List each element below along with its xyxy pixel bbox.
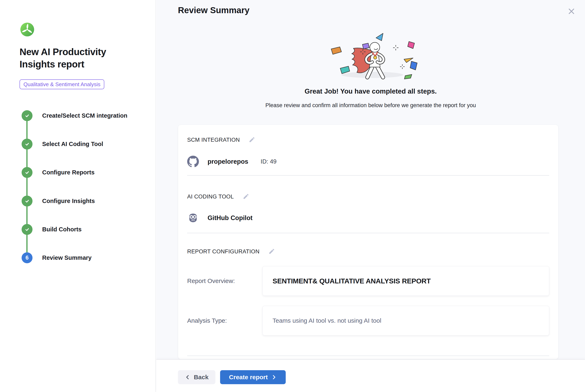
- step-check-icon: [22, 196, 32, 206]
- chevron-left-icon: [185, 374, 190, 380]
- report-overview-value-card: SENTIMENT& QUALITATIVE ANALYSIS REPORT: [262, 266, 549, 296]
- page-title: Review Summary: [178, 5, 250, 15]
- step-check-icon: [22, 224, 32, 235]
- step-label: Build Cohorts: [42, 226, 82, 233]
- step-label: Review Summary: [42, 254, 92, 261]
- scm-integration-id: ID: 49: [260, 158, 276, 165]
- section-divider: [187, 356, 549, 356]
- edit-scm-icon[interactable]: [248, 136, 256, 143]
- review-summary-card: SCM INTEGRATION propelorepos ID: 49 AI C…: [178, 125, 558, 359]
- back-button[interactable]: Back: [178, 370, 215, 384]
- app-window: New AI Productivity Insights report Qual…: [0, 0, 585, 392]
- close-icon[interactable]: [566, 6, 576, 16]
- report-overview-label: Report Overview:: [187, 278, 262, 284]
- scm-integration-name: propelorepos: [208, 158, 248, 165]
- step-label: Configure Reports: [42, 169, 94, 176]
- analysis-type-badge: Qualitative & Sentiment Analysis: [20, 80, 104, 89]
- wizard-title: New AI Productivity Insights report: [20, 46, 132, 70]
- report-overview-value: SENTIMENT& QUALITATIVE ANALYSIS REPORT: [272, 277, 431, 285]
- chevron-right-icon: [271, 374, 277, 380]
- github-icon: [187, 156, 199, 168]
- step-check-icon: [22, 167, 32, 178]
- report-config-section-label: REPORT CONFIGURATION: [187, 248, 260, 255]
- create-report-button[interactable]: Create report: [220, 370, 286, 384]
- step-4-configure-insights[interactable]: Configure Insights: [22, 196, 95, 206]
- analysis-type-label: Analysis Type:: [187, 317, 262, 324]
- analysis-type-value-card: Teams using AI tool vs. not using AI too…: [262, 306, 549, 336]
- step-number-badge: 6: [22, 252, 32, 263]
- step-label: Select AI Coding Tool: [42, 141, 103, 148]
- ai-tool-row: GitHub Copilot: [187, 212, 549, 224]
- back-button-label: Back: [194, 374, 208, 381]
- report-overview-row: Report Overview: SENTIMENT& QUALITATIVE …: [187, 266, 549, 296]
- edit-report-config-icon[interactable]: [268, 248, 275, 255]
- scm-integration-row: propelorepos ID: 49: [187, 156, 549, 168]
- analysis-type-value: Teams using AI tool vs. not using AI too…: [272, 317, 381, 324]
- congrats-title: Great Job! You have completed all steps.: [156, 88, 585, 95]
- stepper-connector: [26, 116, 28, 258]
- propeller-logo: [20, 22, 34, 36]
- create-report-label: Create report: [229, 374, 268, 381]
- sidebar: New AI Productivity Insights report Qual…: [0, 0, 156, 392]
- step-label: Create/Select SCM integration: [42, 112, 127, 119]
- step-check-icon: [22, 110, 32, 121]
- step-3-configure-reports[interactable]: Configure Reports: [22, 167, 94, 178]
- analysis-type-row: Analysis Type: Teams using AI tool vs. n…: [187, 306, 549, 336]
- step-label: Configure Insights: [42, 198, 95, 204]
- step-check-icon: [22, 138, 32, 150]
- step-1-create-select-scm[interactable]: Create/Select SCM integration: [22, 110, 127, 121]
- edit-ai-tool-icon[interactable]: [242, 193, 250, 200]
- ai-tool-section-label: AI CODING TOOL: [187, 194, 234, 200]
- section-divider: [187, 233, 549, 233]
- main-panel: Review Summary: [156, 0, 585, 359]
- step-5-build-cohorts[interactable]: Build Cohorts: [22, 224, 82, 235]
- section-divider: [187, 175, 549, 176]
- ai-tool-name: GitHub Copilot: [208, 214, 252, 222]
- step-6-review-summary[interactable]: 6 Review Summary: [22, 252, 92, 263]
- scm-section-label: SCM INTEGRATION: [187, 137, 240, 143]
- wizard-footer: Back Create report: [156, 359, 585, 392]
- congrats-subtitle: Please review and confirm all informatio…: [156, 102, 585, 108]
- github-copilot-icon: [187, 212, 199, 224]
- step-2-select-ai-tool[interactable]: Select AI Coding Tool: [22, 138, 103, 150]
- celebration-illustration: [323, 29, 418, 82]
